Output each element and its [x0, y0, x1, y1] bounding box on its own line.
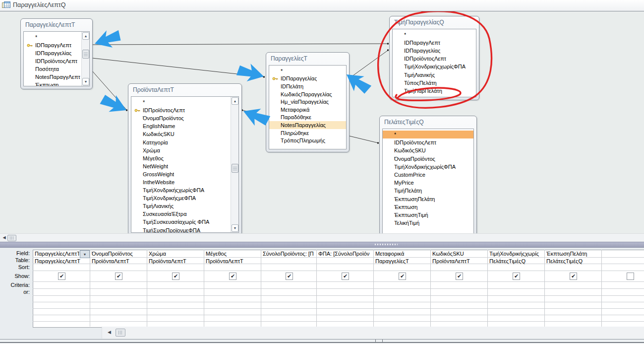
grid-field-cell[interactable]: ΤιμήΧονδρικήςχωρίς [489, 250, 543, 257]
table-title[interactable]: ΠαραγγελίεςΛεπτΤ [21, 19, 92, 31]
scroll-up-icon[interactable]: ▲ [232, 97, 238, 105]
show-checkbox[interactable]: ✔ [286, 273, 293, 280]
field-row[interactable]: ΤιμήΣυσκευασίαχωρίς ΦΠΑ [131, 218, 231, 226]
field-row[interactable]: ΤιμήΛιανικής [393, 70, 476, 78]
grid-table-cell[interactable]: ΠροϊόνταΛεπτΤ [206, 258, 259, 265]
field-row[interactable]: IDΠροϊόντοςΛεπτ [393, 55, 476, 63]
grid-field-cell[interactable]: ΣύνολοΠροϊόντος: [Π [263, 250, 315, 257]
grid-table-cell[interactable]: ΠροϊόνταΛεπτΤ [149, 258, 202, 265]
grid-field-cell[interactable]: Μεταφορικά [375, 250, 428, 257]
field-row[interactable]: CustomPrice [383, 171, 473, 179]
field-row[interactable]: NotesΠαραγγΛεπτ [24, 73, 82, 81]
grid-field-cell[interactable]: ΈκπτωσηΠελάτη [546, 250, 599, 257]
field-row[interactable]: ΤιμήΧονδρικήςχωρίςΦΠΑ [131, 186, 231, 194]
field-list-scrollbar[interactable]: ▲ ▼ [231, 97, 238, 232]
field-row[interactable]: IDΠαραγγΛεπτ [393, 39, 476, 47]
show-checkbox[interactable]: ✔ [58, 273, 65, 280]
field-row[interactable]: IDΠαραγγΛεπτ [24, 41, 82, 49]
grid-field-cell[interactable]: ΠαραγγελίεςΛεπτΤ [35, 250, 79, 257]
field-row[interactable]: Χρώμα [131, 146, 231, 154]
field-row[interactable]: ΤιμήΛιανικής [131, 202, 231, 210]
show-checkbox[interactable]: ✔ [513, 273, 520, 280]
field-row[interactable]: IDΠροϊόντοςΛεπτ [131, 106, 231, 114]
table-card-paraggelies-t[interactable]: ΠαραγγελίεςΤ * IDΠαραγγελίας IDΠελάτη Κω… [266, 52, 350, 152]
field-row[interactable]: ΈκπτωσηΤιμή [383, 211, 473, 219]
scrollbar-thumb[interactable] [82, 50, 89, 59]
field-row[interactable]: MyPrice [383, 179, 473, 187]
field-row[interactable]: ΚωδικόςSKU [383, 146, 473, 154]
table-card-pelates-times-q[interactable]: ΠελάτεςΤιμέςQ * IDΠροϊόντοςΛεπτ ΚωδικόςS… [379, 116, 477, 239]
scroll-left-icon[interactable]: ◀ [1, 235, 7, 241]
field-row[interactable]: ΤρόποςΠληρωμής [269, 137, 346, 144]
field-row[interactable]: IDΠαραγγελίας [269, 75, 346, 83]
field-row[interactable]: ΤελικήΤιμή [383, 219, 473, 227]
grid-field-cell[interactable]: ΌνομαΠροϊόντος [92, 250, 145, 257]
scrollbar-thumb[interactable] [7, 235, 16, 241]
scrollbar-thumb[interactable] [116, 329, 125, 337]
field-row[interactable]: ΚωδικόςΠαραγγελίας [269, 90, 346, 98]
show-checkbox[interactable]: ✔ [456, 273, 463, 280]
field-row[interactable]: ΤιμήΠαρΠελάτη [393, 87, 476, 95]
grid-field-cell[interactable]: Μέγεθος [206, 250, 259, 257]
field-row[interactable]: IDΠροϊόντοςΛεπτ [24, 57, 82, 65]
field-row[interactable]: * [131, 98, 231, 106]
field-row[interactable]: EnglishName [131, 122, 231, 130]
field-row[interactable]: GrossWeight [131, 170, 231, 178]
table-title[interactable]: ΠροϊόνταΛεπτΤ [128, 84, 241, 96]
field-row[interactable]: ΚωδικόςSKU [131, 130, 231, 138]
design-pane-hscrollbar[interactable]: ◀ [0, 233, 644, 242]
field-row-selected[interactable]: * [383, 131, 473, 138]
table-card-proionta-lept-t[interactable]: ΠροϊόνταΛεπτΤ * IDΠροϊόντοςΛεπτ ΌνομαΠρο… [128, 83, 242, 236]
scroll-up-icon[interactable]: ▲ [82, 32, 89, 40]
show-checkbox[interactable]: ✔ [399, 273, 406, 280]
show-checkbox[interactable]: ✔ [342, 273, 349, 280]
grid-table-cell[interactable]: ΠροϊόνταΛεπτΤ [432, 258, 485, 265]
scrollbar-thumb[interactable] [232, 164, 238, 173]
grid-field-cell[interactable]: Χρώμα [149, 250, 202, 257]
field-row[interactable]: IntheWebsite [131, 178, 231, 186]
field-list-scrollbar[interactable]: ▲ ▼ [81, 32, 89, 86]
field-row[interactable]: Μέγεθος [131, 154, 231, 162]
field-row[interactable]: ΤιμήΧονδρικήςχωρίςΦΠΑ [393, 63, 476, 70]
field-row[interactable]: NetWeight [131, 162, 231, 170]
field-row-selected[interactable]: NotesΠαραγγελίας [269, 121, 346, 129]
grid-pane-hscrollbar[interactable]: ◀ [102, 327, 644, 339]
grid-table-cell[interactable] [318, 258, 372, 265]
field-row[interactable]: IDΠαραγγελίας [24, 49, 82, 57]
grid-field-cell[interactable] [603, 250, 642, 257]
grid-table-cell[interactable] [263, 258, 315, 265]
field-row[interactable]: Έκπτωση [24, 81, 82, 86]
field-row[interactable]: IDΠροϊόντοςΛεπτ [383, 138, 473, 146]
field-row[interactable]: IDΠαραγγελίας [393, 47, 476, 55]
table-title[interactable]: ΠαραγγελίεςΤ [266, 53, 349, 65]
field-row[interactable]: * [24, 33, 82, 41]
field-row[interactable]: Παραδόθηκε [269, 114, 346, 122]
grid-table-cell[interactable] [603, 258, 642, 265]
show-checkbox[interactable]: ✔ [627, 273, 634, 280]
pane-splitter[interactable] [0, 242, 644, 248]
grid-table-cell[interactable]: ΠροϊόνταΛεπτΤ [92, 258, 145, 265]
scroll-down-icon[interactable]: ▼ [232, 224, 238, 232]
field-row[interactable]: ΤιμήΣυσκΠροϊονμεΦΠΑ [131, 226, 231, 233]
grid-field-cell[interactable]: ΚωδικόςSKU [432, 250, 485, 257]
field-row[interactable]: ΤύποςΠελάτη [393, 79, 476, 87]
field-row[interactable]: ΤιμήΠελάτη [383, 187, 473, 195]
field-row[interactable]: Ποσότητα [24, 65, 82, 73]
grid-table-cell[interactable]: ΠαραγγελίεςΤ [375, 258, 428, 265]
field-row[interactable]: ΤιμήΧονδρικήςχωρίςΦΠΑ [383, 163, 473, 171]
show-checkbox[interactable]: ✔ [172, 273, 179, 280]
field-row[interactable]: IDΠελάτη [269, 82, 346, 90]
field-row[interactable]: * [393, 31, 476, 39]
show-checkbox[interactable]: ✔ [229, 273, 236, 280]
table-title[interactable]: ΤιμήΠαραγγελίαςQ [390, 16, 479, 28]
table-card-paraggelies-lept-t[interactable]: ΠαραγγελίεςΛεπτΤ * IDΠαραγγΛεπτ IDΠαραγγ… [20, 18, 93, 89]
show-checkbox[interactable]: ✔ [570, 273, 577, 280]
grid-field-cell[interactable]: ΦΠΑ: [ΣύνολοΠροϊόν [318, 250, 372, 257]
table-title[interactable]: ΠελάτεςΤιμέςQ [380, 116, 476, 128]
scroll-left-icon[interactable]: ◀ [106, 329, 113, 336]
field-row[interactable]: Μεταφορικά [269, 106, 346, 114]
field-row[interactable]: Έκπτωση [383, 203, 473, 211]
show-checkbox[interactable]: ✔ [115, 273, 122, 280]
field-row[interactable]: Πληρώθηκε [269, 129, 346, 137]
field-row[interactable]: Κατηγορία [131, 138, 231, 146]
